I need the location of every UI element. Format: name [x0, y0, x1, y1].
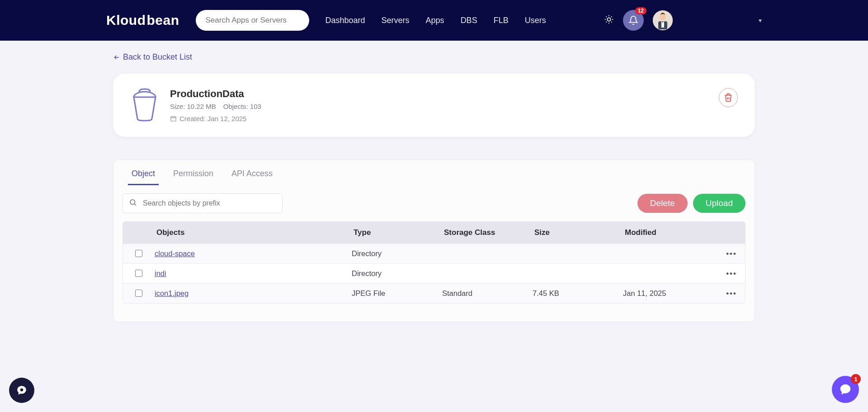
object-search-input[interactable] — [123, 193, 283, 213]
main: Back to Bucket List ProductionData Size:… — [0, 41, 868, 322]
delete-bucket-button[interactable] — [719, 88, 738, 107]
back-link[interactable]: Back to Bucket List — [113, 52, 192, 62]
bucket-created: Created: Jan 12, 2025 — [170, 115, 261, 122]
row-checkbox[interactable] — [135, 290, 142, 297]
delete-button[interactable]: Delete — [637, 194, 688, 213]
tab-object[interactable]: Object — [131, 166, 156, 185]
nav-links: Dashboard Servers Apps DBS FLB Users — [326, 16, 546, 25]
row-actions-icon[interactable]: ••• — [718, 269, 745, 278]
message-icon — [839, 383, 852, 396]
table-row: cloud-space Directory ••• — [123, 243, 745, 263]
nav-flb[interactable]: FLB — [494, 16, 509, 25]
support-chat-button[interactable] — [9, 378, 34, 403]
notifications-button[interactable]: 12 — [623, 10, 644, 31]
theme-toggle-icon[interactable] — [604, 14, 614, 26]
brand-text-b: bean — [146, 13, 179, 28]
avatar-icon — [653, 10, 673, 30]
messages-badge: 1 — [851, 374, 861, 384]
action-buttons: Delete Upload — [637, 194, 745, 213]
header-storage: Storage Class — [442, 228, 533, 237]
bucket-head: ProductionData Size: 10.22 MB Objects: 1… — [130, 88, 261, 122]
user-avatar[interactable] — [653, 10, 673, 30]
object-link[interactable]: cloud-space — [155, 249, 195, 258]
bucket-text: ProductionData Size: 10.22 MB Objects: 1… — [170, 88, 261, 122]
controls: Delete Upload — [113, 185, 755, 221]
svg-point-7 — [20, 389, 24, 392]
chat-bubble-icon — [16, 384, 28, 396]
header-type: Type — [352, 228, 442, 237]
header-objects: Objects — [155, 228, 352, 237]
tab-permission[interactable]: Permission — [172, 166, 214, 185]
cell-type: Directory — [352, 249, 442, 258]
top-nav: Kloudbean Dashboard Servers Apps DBS FLB… — [0, 0, 868, 41]
header-actions — [718, 228, 745, 237]
bucket-size: Size: 10.22 MB — [170, 103, 216, 110]
bell-icon — [628, 15, 638, 25]
trash-icon — [724, 93, 733, 102]
brand-text-a: Kloud — [106, 13, 146, 28]
bucket-icon — [130, 88, 159, 122]
row-checkbox[interactable] — [135, 250, 142, 257]
svg-rect-5 — [171, 117, 176, 121]
nav-servers[interactable]: Servers — [382, 16, 410, 25]
brand-logo[interactable]: Kloudbean — [106, 13, 179, 28]
nav-dbs[interactable]: DBS — [461, 16, 477, 25]
nav-users[interactable]: Users — [525, 16, 546, 25]
header-size: Size — [533, 228, 623, 237]
cell-storage: Standard — [442, 289, 533, 298]
cell-type: JPEG File — [352, 289, 442, 298]
search-icon — [129, 198, 137, 208]
calendar-icon — [170, 115, 177, 122]
global-search-input[interactable] — [196, 10, 309, 31]
nav-right: 12 ▾ — [604, 10, 762, 31]
upload-button[interactable]: Upload — [693, 194, 745, 213]
svg-point-2 — [660, 14, 666, 20]
row-checkbox[interactable] — [135, 270, 142, 277]
objects-panel: Object Permission API Access Delete Uplo… — [113, 159, 755, 322]
object-search — [123, 193, 283, 213]
table-row: indi Directory ••• — [123, 263, 745, 283]
svg-point-0 — [607, 18, 610, 21]
row-actions-icon[interactable]: ••• — [718, 249, 745, 258]
objects-table: Objects Type Storage Class Size Modified… — [123, 221, 745, 304]
svg-point-6 — [130, 200, 135, 205]
nav-dashboard[interactable]: Dashboard — [326, 16, 365, 25]
notifications-badge: 12 — [635, 7, 646, 14]
bucket-created-label: Created: Jan 12, 2025 — [179, 115, 246, 122]
arrow-left-icon — [113, 54, 120, 61]
global-search — [196, 10, 309, 31]
back-link-label: Back to Bucket List — [123, 52, 192, 62]
table-header: Objects Type Storage Class Size Modified — [123, 222, 745, 243]
cell-size: 7.45 KB — [533, 289, 623, 298]
header-modified: Modified — [623, 228, 718, 237]
bucket-meta: Size: 10.22 MB Objects: 103 — [170, 103, 261, 110]
tab-api-access[interactable]: API Access — [231, 166, 274, 185]
cell-type: Directory — [352, 269, 442, 278]
row-actions-icon[interactable]: ••• — [718, 289, 745, 298]
bucket-summary-card: ProductionData Size: 10.22 MB Objects: 1… — [113, 74, 755, 137]
bucket-name: ProductionData — [170, 88, 261, 100]
object-link[interactable]: icon1.jpeg — [155, 289, 189, 297]
tabs: Object Permission API Access — [113, 160, 755, 185]
cell-modified: Jan 11, 2025 — [623, 289, 718, 298]
table-row: icon1.jpeg JPEG File Standard 7.45 KB Ja… — [123, 283, 745, 303]
messages-button[interactable]: 1 — [832, 376, 859, 403]
object-link[interactable]: indi — [155, 269, 166, 277]
account-caret-icon[interactable]: ▾ — [759, 17, 762, 24]
nav-apps[interactable]: Apps — [426, 16, 444, 25]
header-checkbox — [123, 228, 155, 237]
bucket-objects: Objects: 103 — [223, 103, 261, 110]
